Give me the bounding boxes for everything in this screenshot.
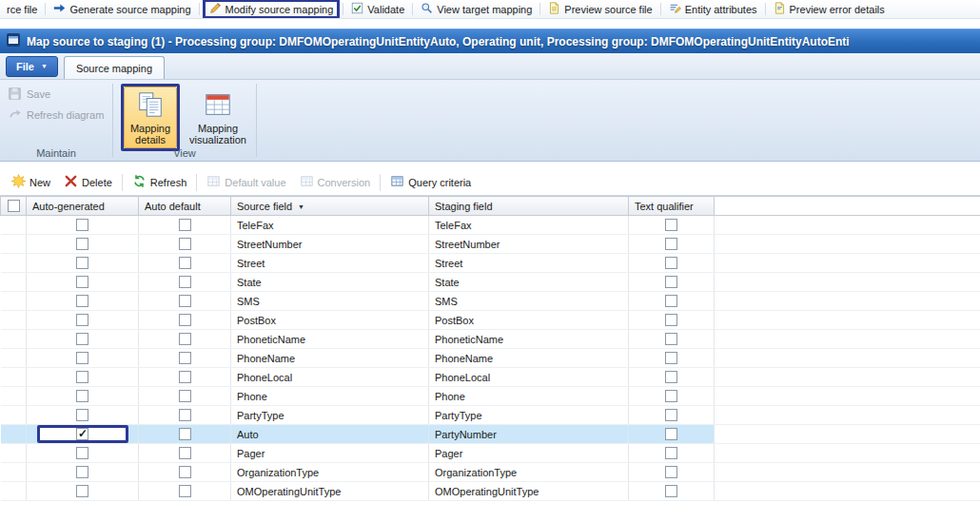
auto-default-checkbox[interactable]: [179, 257, 191, 269]
table-row[interactable]: StreetNumber StreetNumber: [1, 235, 980, 254]
toolbar-item-view-target-mapping[interactable]: View target mapping: [416, 1, 537, 17]
staging-field-cell[interactable]: PostBox: [429, 311, 629, 330]
auto-default-cell[interactable]: [139, 482, 231, 501]
auto-generated-checkbox[interactable]: [76, 466, 88, 478]
auto-generated-checkbox[interactable]: [76, 485, 88, 497]
source-field-cell[interactable]: PartyType: [231, 406, 429, 425]
table-row[interactable]: OMOperatingUnitType OMOperatingUnitType: [1, 482, 980, 501]
auto-generated-cell[interactable]: [27, 330, 139, 349]
text-qualifier-checkbox[interactable]: [665, 333, 677, 345]
auto-default-cell[interactable]: [139, 311, 231, 330]
auto-generated-cell[interactable]: [27, 235, 139, 254]
auto-generated-cell[interactable]: [27, 425, 139, 444]
staging-field-cell[interactable]: PhoneticName: [429, 330, 629, 349]
auto-default-cell[interactable]: [139, 387, 231, 406]
table-row[interactable]: PhoneticName PhoneticName: [1, 330, 980, 349]
select-all-header[interactable]: [1, 197, 27, 216]
text-qualifier-checkbox[interactable]: [665, 314, 677, 326]
table-row[interactable]: Street Street: [1, 254, 980, 273]
row-selector-cell[interactable]: [1, 349, 27, 368]
auto-generated-cell[interactable]: [27, 444, 139, 463]
auto-default-checkbox[interactable]: [179, 447, 191, 459]
toolbar-item-preview-error-details[interactable]: Preview error details: [769, 1, 890, 17]
refresh-button[interactable]: Refresh: [128, 172, 191, 192]
auto-default-cell[interactable]: [139, 425, 231, 444]
tab-source-mapping[interactable]: Source mapping: [64, 56, 165, 79]
row-selector-cell[interactable]: [1, 368, 27, 387]
auto-generated-cell[interactable]: [27, 292, 139, 311]
table-row[interactable]: Auto PartyNumber: [1, 425, 980, 444]
auto-generated-cell[interactable]: [27, 216, 139, 235]
select-all-checkbox[interactable]: [8, 200, 20, 212]
source-field-cell[interactable]: PhoneName: [231, 349, 429, 368]
default-value-button[interactable]: Default value: [203, 172, 289, 192]
text-qualifier-cell[interactable]: [629, 349, 715, 368]
auto-generated-cell[interactable]: [27, 482, 139, 501]
auto-default-checkbox[interactable]: [179, 333, 191, 345]
text-qualifier-cell[interactable]: [629, 311, 715, 330]
table-row[interactable]: PostBox PostBox: [1, 311, 980, 330]
auto-generated-cell[interactable]: [27, 368, 139, 387]
text-qualifier-checkbox[interactable]: [665, 276, 677, 288]
auto-generated-checkbox[interactable]: [76, 352, 88, 364]
auto-default-checkbox[interactable]: [179, 314, 191, 326]
conversion-button[interactable]: Conversion: [296, 172, 375, 192]
auto-generated-cell[interactable]: [27, 349, 139, 368]
auto-default-checkbox[interactable]: [179, 390, 191, 402]
row-selector-cell[interactable]: [1, 463, 27, 482]
table-row[interactable]: PhoneLocal PhoneLocal: [1, 368, 980, 387]
row-selector-cell[interactable]: [1, 311, 27, 330]
column-header-text-qualifier[interactable]: Text qualifier: [629, 197, 715, 216]
staging-field-cell[interactable]: SMS: [429, 292, 629, 311]
auto-default-checkbox[interactable]: [179, 295, 191, 307]
auto-default-cell[interactable]: [139, 368, 231, 387]
auto-generated-cell[interactable]: [27, 406, 139, 425]
source-field-cell[interactable]: State: [231, 273, 429, 292]
auto-default-checkbox[interactable]: [179, 485, 191, 497]
source-field-cell[interactable]: PhoneticName: [231, 330, 429, 349]
text-qualifier-checkbox[interactable]: [665, 219, 677, 231]
text-qualifier-checkbox[interactable]: [665, 371, 677, 383]
text-qualifier-checkbox[interactable]: [665, 447, 677, 459]
auto-generated-cell[interactable]: [27, 273, 139, 292]
auto-default-cell[interactable]: [139, 216, 231, 235]
auto-default-cell[interactable]: [139, 463, 231, 482]
text-qualifier-cell[interactable]: [629, 216, 715, 235]
auto-generated-checkbox[interactable]: [76, 219, 88, 231]
staging-field-cell[interactable]: PhoneName: [429, 349, 629, 368]
new-button[interactable]: New: [8, 172, 54, 192]
row-selector-cell[interactable]: [1, 292, 27, 311]
source-field-cell[interactable]: Pager: [231, 444, 429, 463]
text-qualifier-cell[interactable]: [629, 406, 715, 425]
text-qualifier-cell[interactable]: [629, 425, 715, 444]
table-row[interactable]: State State: [1, 273, 980, 292]
source-field-cell[interactable]: Phone: [231, 387, 429, 406]
staging-field-cell[interactable]: StreetNumber: [429, 235, 629, 254]
row-selector-cell[interactable]: [1, 216, 27, 235]
column-header-auto-default[interactable]: Auto default: [139, 197, 231, 216]
auto-generated-checkbox[interactable]: [76, 409, 88, 421]
row-selector-cell[interactable]: [1, 406, 27, 425]
row-selector-cell[interactable]: [1, 387, 27, 406]
toolbar-item-validate[interactable]: Validate: [346, 1, 409, 17]
row-selector-cell[interactable]: [1, 273, 27, 292]
toolbar-item-modify-source-mapping[interactable]: Modify source mapping: [203, 0, 341, 19]
row-selector-cell[interactable]: [1, 235, 27, 254]
staging-field-cell[interactable]: Street: [429, 254, 629, 273]
auto-generated-checkbox[interactable]: [76, 447, 88, 459]
auto-generated-checkbox[interactable]: [76, 333, 88, 345]
column-header-staging-field[interactable]: Staging field: [429, 197, 629, 216]
auto-default-checkbox[interactable]: [179, 466, 191, 478]
text-qualifier-cell[interactable]: [629, 292, 715, 311]
mapping-visualization-button[interactable]: Mapping visualization: [187, 87, 248, 148]
text-qualifier-checkbox[interactable]: [665, 352, 677, 364]
auto-default-checkbox[interactable]: [179, 409, 191, 421]
auto-generated-cell[interactable]: [27, 254, 139, 273]
text-qualifier-cell[interactable]: [629, 254, 715, 273]
toolbar-item-source-file[interactable]: rce file: [2, 3, 42, 16]
source-field-cell[interactable]: OMOperatingUnitType: [231, 482, 429, 501]
auto-default-checkbox[interactable]: [179, 219, 191, 231]
auto-default-cell[interactable]: [139, 254, 231, 273]
query-criteria-button[interactable]: Query criteria: [386, 172, 475, 192]
refresh-diagram-button[interactable]: Refresh diagram: [8, 105, 105, 126]
